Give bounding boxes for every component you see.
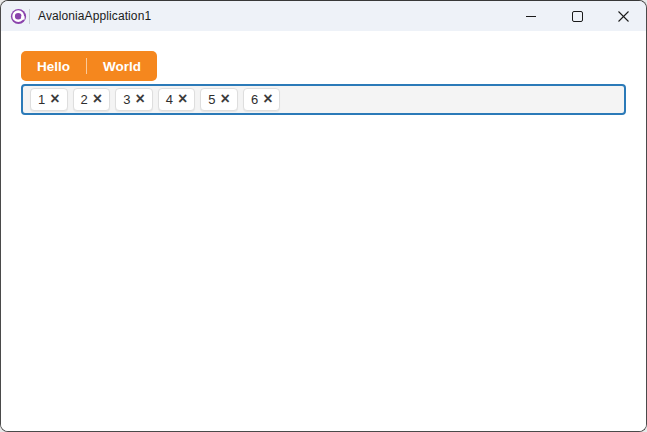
close-x-icon: × xyxy=(50,92,59,106)
chip-label: 2 xyxy=(81,93,88,106)
chip[interactable]: 2 × xyxy=(73,88,111,111)
titlebar[interactable]: AvaloniaApplication1 xyxy=(1,1,646,31)
avalonia-logo-icon[interactable] xyxy=(10,8,27,25)
chip[interactable]: 3 × xyxy=(115,88,153,111)
close-x-icon: × xyxy=(135,92,144,106)
chip[interactable]: 1 × xyxy=(30,88,68,111)
close-x-icon: × xyxy=(178,92,187,106)
close-button[interactable] xyxy=(600,1,646,31)
minimize-button[interactable] xyxy=(508,1,554,31)
chip-remove-button[interactable]: × xyxy=(263,92,272,106)
minimize-icon xyxy=(526,16,536,17)
chips-input[interactable]: 1 × 2 × 3 × 4 × xyxy=(21,84,626,115)
chip-remove-button[interactable]: × xyxy=(178,92,187,106)
chip-label: 3 xyxy=(123,93,130,106)
chip-label: 4 xyxy=(166,93,173,106)
chip[interactable]: 4 × xyxy=(158,88,196,111)
window-controls xyxy=(508,1,646,31)
chip[interactable]: 6 × xyxy=(243,88,281,111)
maximize-button[interactable] xyxy=(554,1,600,31)
titlebar-separator xyxy=(29,9,30,24)
chip-remove-button[interactable]: × xyxy=(93,92,102,106)
window-title: AvaloniaApplication1 xyxy=(38,9,151,23)
close-x-icon: × xyxy=(221,92,230,106)
chip-label: 5 xyxy=(208,93,215,106)
app-window: AvaloniaApplication1 Hello World xyxy=(0,0,647,432)
close-x-icon: × xyxy=(93,92,102,106)
chip-remove-button[interactable]: × xyxy=(221,92,230,106)
close-icon xyxy=(618,11,629,22)
close-x-icon: × xyxy=(263,92,272,106)
chip[interactable]: 5 × xyxy=(200,88,238,111)
hello-button[interactable]: Hello xyxy=(21,51,86,81)
content-area: Hello World 1 × 2 × 3 × xyxy=(1,31,646,431)
chip-remove-button[interactable]: × xyxy=(50,92,59,106)
chip-remove-button[interactable]: × xyxy=(135,92,144,106)
chip-label: 1 xyxy=(38,93,45,106)
maximize-icon xyxy=(572,11,583,22)
chip-label: 6 xyxy=(251,93,258,106)
world-button[interactable]: World xyxy=(87,51,157,81)
hello-world-split-button: Hello World xyxy=(21,51,157,81)
